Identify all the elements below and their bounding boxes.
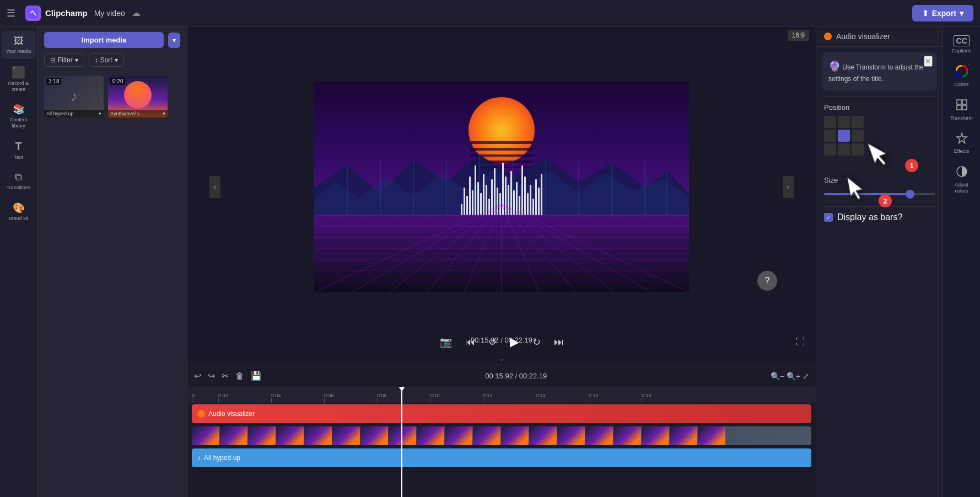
video-thumb-strip	[192, 426, 725, 445]
video-thumb-15	[585, 426, 613, 445]
pos-mid-right[interactable]	[852, 130, 864, 142]
track-video[interactable]	[187, 425, 816, 447]
far-right-transform[interactable]: Transform	[945, 94, 979, 126]
save-button[interactable]: 💾	[251, 371, 262, 381]
track-audio-visualizer[interactable]: Audio visualizer	[187, 403, 816, 425]
skip-forward-button[interactable]: ⏭	[554, 336, 564, 348]
redo-button[interactable]: ↪	[208, 371, 215, 381]
far-right-adjust-colors[interactable]: Adjustcolors	[945, 161, 979, 199]
cut-button[interactable]: ✂	[222, 371, 229, 381]
collapse-right-button[interactable]: ›	[783, 176, 794, 198]
import-dropdown-button[interactable]: ▾	[168, 33, 180, 48]
timeline-ruler: 0 0:02 0:04 0:06 0:08	[187, 387, 816, 403]
timeline-zoom-controls: 🔍− 🔍+ ⤢	[771, 372, 809, 381]
content-library-label: Contentlibrary	[10, 117, 28, 129]
sidebar-item-brand-kit[interactable]: 🎨 Brand kit	[2, 197, 36, 226]
audio-vis-indicator	[824, 33, 832, 40]
export-button[interactable]: ⬆ Export ▾	[912, 5, 973, 22]
camera-off-button[interactable]: 📷	[440, 336, 452, 348]
export-label: Export	[932, 9, 956, 18]
import-media-button[interactable]: Import media	[44, 32, 164, 48]
video-title: My video	[94, 9, 125, 18]
pos-bot-left[interactable]	[824, 143, 836, 156]
video-thumb-5	[304, 426, 332, 445]
text-icon: T	[15, 140, 21, 153]
media-item-2-menu[interactable]: ▾	[163, 111, 165, 116]
svg-rect-0	[28, 8, 38, 18]
undo-button[interactable]: ↩	[194, 371, 201, 381]
transform-label: Transform	[950, 115, 973, 121]
svg-rect-34	[957, 105, 961, 110]
checkmark-icon: ✓	[826, 215, 831, 221]
sidebar-item-your-media[interactable]: 🖼 Your media	[2, 31, 36, 59]
fullscreen-button[interactable]: ⛶	[796, 337, 805, 347]
your-media-label: Your media	[6, 49, 31, 55]
import-label: Import media	[82, 36, 127, 44]
export-icon: ⬆	[922, 9, 929, 18]
right-panel: Audio visualizer ✕ 🔮 Use Transform to ad…	[816, 26, 943, 497]
pos-mid-center[interactable]	[838, 130, 850, 142]
preview-topbar: 16:9	[187, 26, 816, 44]
pos-top-center[interactable]	[838, 116, 850, 128]
audio-vis-track-bg: Audio visualizer	[192, 404, 811, 423]
media-item-1-menu[interactable]: ▾	[99, 111, 101, 116]
media-item-1[interactable]: ♪ 3:18 All hyped up ▾	[44, 76, 104, 117]
far-right-captions[interactable]: CC Captions	[945, 31, 979, 58]
far-right-colors[interactable]: Colors	[945, 61, 979, 92]
zoom-out-button[interactable]: 🔍−	[771, 372, 784, 381]
zoom-in-button[interactable]: 🔍+	[787, 372, 800, 381]
video-thumb-3	[248, 426, 276, 445]
forward-button[interactable]: ↻	[532, 336, 541, 348]
preview-area: 16:9 ‹	[187, 26, 816, 497]
track-video-content[interactable]	[192, 426, 811, 445]
video-thumb-17	[642, 426, 669, 445]
track-music-content[interactable]: ♪ All hyped up	[192, 448, 811, 467]
collapse-left-button[interactable]: ‹	[209, 176, 220, 198]
tooltip-text: Use Transform to adjust the settings of …	[828, 63, 924, 83]
sort-button[interactable]: ↕ Sort ▾	[89, 54, 124, 67]
right-panel-title: Audio visualizer	[836, 32, 890, 41]
music-track-bg: ♪ All hyped up	[192, 448, 811, 467]
sidebar-item-record-create[interactable]: ⬛ Record &create	[2, 61, 36, 97]
track-audio-visualizer-content[interactable]: Audio visualizer	[192, 404, 811, 423]
brand-kit-label: Brand kit	[9, 216, 29, 222]
tooltip-close-button[interactable]: ✕	[924, 56, 933, 67]
media-item-2-duration: 0:20	[110, 78, 125, 85]
display-bars-checkbox[interactable]: ✓	[824, 213, 833, 222]
pos-top-left[interactable]	[824, 116, 836, 128]
sidebar-item-text[interactable]: T Text	[2, 136, 36, 165]
pos-mid-left[interactable]	[824, 130, 836, 142]
timeline: ↩ ↪ ✂ 🗑 💾 00:15.92 / 00:22.19 🔍− 🔍+ ⤢	[187, 365, 816, 497]
tooltip-emoji: 🔮	[828, 61, 841, 72]
zoom-fit-button[interactable]: ⤢	[803, 372, 809, 381]
pos-top-right[interactable]	[852, 116, 864, 128]
video-thumb-4	[276, 426, 304, 445]
pos-bot-right[interactable]	[852, 143, 864, 156]
sidebar-item-content-library[interactable]: 📚 Contentlibrary	[2, 99, 36, 133]
media-item-2[interactable]: 0:20 Synthwave/ v... ▾	[108, 76, 168, 117]
app-logo: Clipchamp	[25, 6, 88, 21]
filter-icon: ⊟	[50, 56, 56, 64]
sidebar-item-transitions[interactable]: ⧉ Transitions	[2, 167, 36, 195]
display-bars-section: ✓ Display as bars?	[816, 212, 943, 229]
audio-vis-track-label: Audio visualizer	[197, 410, 255, 418]
filter-label: Filter	[58, 56, 73, 64]
media-item-2-label: Synthwave/ v... ▾	[108, 110, 168, 117]
position-grid[interactable]	[824, 116, 935, 156]
timeline-tracks: Audio visualizer	[187, 403, 816, 497]
svg-rect-33	[962, 100, 967, 104]
filter-chevron: ▾	[75, 56, 78, 64]
playhead-line	[401, 403, 402, 497]
size-slider[interactable]	[824, 193, 935, 195]
aspect-ratio-badge: 16:9	[788, 30, 809, 41]
track-music[interactable]: ♪ All hyped up	[187, 447, 816, 469]
captions-icon: CC	[954, 35, 969, 46]
pos-bot-center[interactable]	[838, 143, 850, 156]
filter-button[interactable]: ⊟ Filter ▾	[44, 54, 84, 67]
adjust-colors-icon	[956, 165, 968, 180]
delete-button[interactable]: 🗑	[235, 371, 244, 381]
help-button[interactable]: ?	[757, 271, 777, 291]
hamburger-button[interactable]: ☰	[7, 7, 15, 19]
tooltip-box: ✕ 🔮 Use Transform to adjust the settings…	[822, 52, 937, 90]
far-right-effects[interactable]: Effects	[945, 127, 979, 159]
